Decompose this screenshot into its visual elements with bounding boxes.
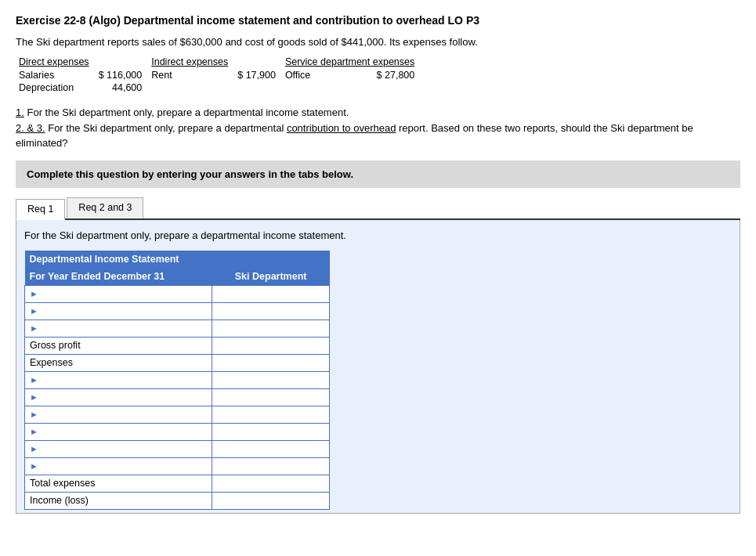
row-label: ► bbox=[25, 423, 212, 440]
income-loss-label: Income (loss) bbox=[25, 492, 212, 509]
col1-header: For Year Ended December 31 bbox=[25, 268, 212, 286]
total-expenses-value[interactable] bbox=[212, 475, 330, 492]
table-row-gross-profit: Gross profit bbox=[25, 337, 330, 354]
row-input[interactable] bbox=[217, 374, 324, 385]
table-row-expenses: Expenses bbox=[25, 354, 330, 371]
table-row: ► bbox=[25, 457, 330, 475]
indirect-header: Indirect expenses bbox=[148, 56, 234, 69]
expenses-label: Expenses bbox=[25, 354, 212, 371]
expenses-value[interactable] bbox=[212, 354, 330, 371]
row-input[interactable] bbox=[217, 460, 324, 471]
col2-header: Ski Department bbox=[212, 268, 330, 286]
instructions: 1. For the Ski department only, prepare … bbox=[16, 105, 740, 151]
row-input[interactable] bbox=[217, 409, 324, 420]
table-row-total-expenses: Total expenses bbox=[25, 475, 330, 492]
instruction-line2: 2. & 3. For the Ski department only, pre… bbox=[16, 121, 740, 151]
gross-profit-label: Gross profit bbox=[25, 337, 212, 354]
service-value-1: $ 27,800 bbox=[341, 69, 421, 81]
row-label: ► bbox=[25, 440, 212, 457]
service-header: Service department expenses bbox=[282, 56, 421, 69]
row-input[interactable] bbox=[217, 443, 324, 454]
direct-value-1: $ 116,000 bbox=[96, 69, 149, 81]
row-label: ► bbox=[25, 302, 212, 320]
row-label: ► bbox=[25, 388, 212, 406]
row-value[interactable] bbox=[212, 406, 330, 423]
row-value[interactable] bbox=[212, 285, 330, 302]
gross-profit-value[interactable] bbox=[212, 337, 330, 354]
row-value[interactable] bbox=[212, 371, 330, 388]
row-label: ► bbox=[25, 457, 212, 475]
row-input[interactable] bbox=[217, 305, 324, 316]
instruction-line1: 1. For the Ski department only, prepare … bbox=[16, 105, 740, 121]
table-row: ► bbox=[25, 440, 330, 457]
table-row: ► bbox=[25, 406, 330, 423]
row-input[interactable] bbox=[217, 392, 324, 403]
table-row-income-loss: Income (loss) bbox=[25, 492, 330, 509]
row-input[interactable] bbox=[217, 323, 324, 334]
expenses-table: Direct expenses Indirect expenses Servic… bbox=[16, 56, 421, 94]
table-row: ► bbox=[25, 320, 330, 337]
indirect-value-1: $ 17,900 bbox=[234, 69, 282, 81]
complete-box: Complete this question by entering your … bbox=[16, 161, 740, 188]
row-value[interactable] bbox=[212, 440, 330, 457]
row-input[interactable] bbox=[217, 288, 324, 299]
table-row: ► bbox=[25, 285, 330, 302]
row-label: ► bbox=[25, 320, 212, 337]
table-row: ► bbox=[25, 423, 330, 440]
total-expenses-label: Total expenses bbox=[25, 475, 212, 492]
table-row: ► bbox=[25, 388, 330, 406]
tab-content: For the Ski department only, prepare a d… bbox=[16, 220, 740, 514]
indirect-label-1: Rent bbox=[148, 69, 234, 81]
tabs-row: Req 1 Req 2 and 3 bbox=[16, 197, 740, 220]
service-label-1: Office bbox=[282, 69, 341, 81]
row-value[interactable] bbox=[212, 457, 330, 475]
tab-instruction: For the Ski department only, prepare a d… bbox=[24, 226, 732, 246]
gross-profit-input[interactable] bbox=[217, 340, 324, 351]
total-expenses-input[interactable] bbox=[217, 478, 324, 489]
income-loss-value[interactable] bbox=[212, 492, 330, 509]
row-value[interactable] bbox=[212, 302, 330, 320]
tab-req2and3[interactable]: Req 2 and 3 bbox=[67, 197, 143, 218]
row-value[interactable] bbox=[212, 320, 330, 337]
intro-text: The Ski department reports sales of $630… bbox=[16, 36, 740, 48]
income-table-header: Departmental Income Statement bbox=[25, 251, 330, 268]
page-title: Exercise 22-8 (Algo) Departmental income… bbox=[16, 14, 740, 27]
direct-label-1: Salaries bbox=[16, 69, 96, 81]
row-label: ► bbox=[25, 285, 212, 302]
table-row: ► bbox=[25, 371, 330, 388]
row-value[interactable] bbox=[212, 388, 330, 406]
direct-header: Direct expenses bbox=[16, 56, 96, 69]
income-loss-input[interactable] bbox=[217, 495, 324, 506]
row-label: ► bbox=[25, 406, 212, 423]
direct-label-2: Depreciation bbox=[16, 81, 96, 94]
tab-req1[interactable]: Req 1 bbox=[16, 199, 65, 220]
income-table: Departmental Income Statement For Year E… bbox=[24, 251, 330, 510]
expenses-input[interactable] bbox=[217, 357, 324, 368]
row-label: ► bbox=[25, 371, 212, 388]
row-input[interactable] bbox=[217, 426, 324, 437]
row-value[interactable] bbox=[212, 423, 330, 440]
income-table-wrapper: Departmental Income Statement For Year E… bbox=[24, 251, 732, 510]
table-row: ► bbox=[25, 302, 330, 320]
direct-value-2: 44,600 bbox=[96, 81, 149, 94]
